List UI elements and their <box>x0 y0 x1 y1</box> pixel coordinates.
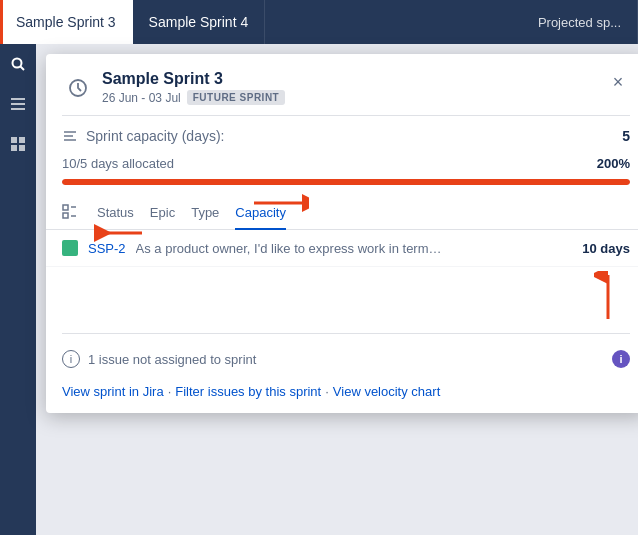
popup-title: Sample Sprint 3 <box>102 70 606 88</box>
filter-issues-link[interactable]: Filter issues by this sprint <box>175 384 321 399</box>
svg-rect-7 <box>11 145 17 151</box>
svg-rect-8 <box>19 145 25 151</box>
svg-rect-5 <box>11 137 17 143</box>
future-sprint-badge: FUTURE SPRINT <box>187 90 286 105</box>
up-arrow-icon <box>594 271 622 321</box>
view-velocity-link[interactable]: View velocity chart <box>333 384 440 399</box>
popup-subtitle: 26 Jun - 03 Jul FUTURE SPRINT <box>102 90 606 105</box>
capacity-value: 5 <box>622 128 630 144</box>
view-sprint-link[interactable]: View sprint in Jira <box>62 384 164 399</box>
red-arrow-right-icon <box>254 192 309 214</box>
svg-rect-2 <box>11 98 25 100</box>
sidebar-search-icon[interactable] <box>10 56 26 76</box>
filter-tab-type[interactable]: Type <box>191 197 219 230</box>
svg-rect-6 <box>19 137 25 143</box>
capacity-section: Sprint capacity (days): 5 <box>46 116 638 152</box>
info-badge: i <box>612 350 630 368</box>
svg-rect-13 <box>63 205 68 210</box>
info-icon: i <box>62 350 80 368</box>
popup-date: 26 Jun - 03 Jul <box>102 91 181 105</box>
tab-sprint-3[interactable]: Sample Sprint 3 <box>0 0 133 44</box>
allocated-row: 10/5 days allocated 200% <box>46 152 638 179</box>
svg-point-0 <box>13 59 22 68</box>
red-arrow-left-icon <box>88 222 143 244</box>
allocated-text: 10/5 days allocated <box>62 156 174 171</box>
svg-rect-3 <box>11 103 25 105</box>
footer-info: i 1 issue not assigned to sprint i <box>46 342 638 376</box>
tab-bar: Sample Sprint 3 Sample Sprint 4 Projecte… <box>0 0 638 44</box>
progress-bar-fill <box>62 179 630 185</box>
sidebar-grid-icon[interactable] <box>10 136 26 156</box>
issue-type-icon <box>62 240 78 256</box>
up-arrow-area <box>46 267 638 325</box>
footer-separator <box>62 333 630 334</box>
sidebar <box>0 44 36 535</box>
filter-tabs-icon <box>62 204 77 222</box>
tab-sprint-4-label: Sample Sprint 4 <box>149 14 249 30</box>
footer-links: View sprint in Jira · Filter issues by t… <box>46 376 638 413</box>
issue-summary: As a product owner, I'd like to express … <box>136 241 573 256</box>
progress-bar <box>62 179 630 185</box>
capacity-label: Sprint capacity (days): <box>86 128 614 144</box>
tab-spacer <box>265 0 522 44</box>
sprint-icon <box>62 72 94 104</box>
svg-line-1 <box>21 67 25 71</box>
main-area: Sample Sprint 3 26 Jun - 03 Jul FUTURE S… <box>0 44 638 535</box>
popup-header: Sample Sprint 3 26 Jun - 03 Jul FUTURE S… <box>46 54 638 115</box>
filter-tab-epic[interactable]: Epic <box>150 197 175 230</box>
capacity-icon <box>62 128 78 144</box>
svg-rect-4 <box>11 108 25 110</box>
allocated-pct: 200% <box>597 156 630 171</box>
board-area: Sample Sprint 3 26 Jun - 03 Jul FUTURE S… <box>36 44 638 535</box>
tab-projected-label: Projected sp... <box>538 15 621 30</box>
close-button[interactable]: × <box>606 70 630 94</box>
svg-rect-14 <box>63 213 68 218</box>
sidebar-list-icon[interactable] <box>10 96 26 116</box>
issue-estimate: 10 days <box>582 241 630 256</box>
tab-sprint-4[interactable]: Sample Sprint 4 <box>133 0 266 44</box>
popup-title-area: Sample Sprint 3 26 Jun - 03 Jul FUTURE S… <box>102 70 606 105</box>
tab-sprint-3-label: Sample Sprint 3 <box>16 14 116 30</box>
footer-info-text: 1 issue not assigned to sprint <box>88 352 604 367</box>
tab-projected[interactable]: Projected sp... <box>522 0 638 44</box>
